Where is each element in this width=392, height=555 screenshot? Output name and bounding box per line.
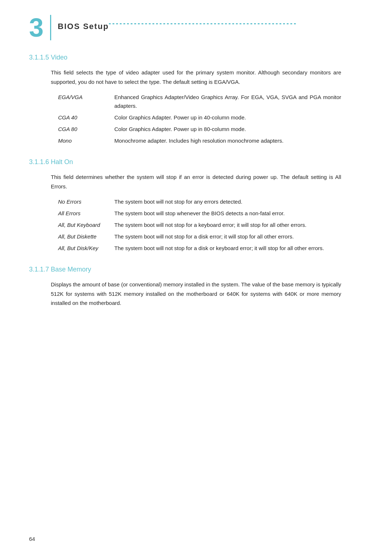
section-3115-heading: 3.1.1.5 Video <box>29 54 363 61</box>
def-row-but-keyboard: All, But Keyboard The system boot will n… <box>58 221 341 229</box>
def-term-cga80: CGA 80 <box>58 125 114 134</box>
def-desc-mono: Monochrome adapter. Includes high resolu… <box>114 136 341 145</box>
section-3115: 3.1.1.5 Video This field selects the typ… <box>29 54 363 145</box>
def-row-but-diskette: All, But Diskette The system boot will n… <box>58 232 341 241</box>
def-row-cga40: CGA 40 Color Graphics Adapter. Power up … <box>58 113 341 122</box>
def-desc-cga80: Color Graphics Adapter. Power up in 80-c… <box>114 125 341 134</box>
def-term-cga40: CGA 40 <box>58 113 114 122</box>
def-term-but-keyboard: All, But Keyboard <box>58 221 114 229</box>
def-desc-but-diskette: The system boot will not stop for a disk… <box>114 232 341 241</box>
header-title-area: BIOS Setup <box>58 22 298 33</box>
def-term-no-errors: No Errors <box>58 197 114 206</box>
def-term-mono: Mono <box>58 136 114 145</box>
section-3117-intro: Displays the amount of base (or conventi… <box>29 280 363 308</box>
def-term-but-diskette: All, But Diskette <box>58 232 114 241</box>
section-3116-intro: This field determines whether the system… <box>29 172 363 191</box>
section-3116-heading: 3.1.1.6 Halt On <box>29 158 363 166</box>
section-3117-heading: 3.1.1.7 Base Memory <box>29 266 363 273</box>
section-3115-defs: EGA/VGA Enhanced Graphics Adapter/Video … <box>58 93 341 145</box>
section-3116: 3.1.1.6 Halt On This field determines wh… <box>29 158 363 253</box>
def-term-all-errors: All Errors <box>58 209 114 218</box>
def-term-ega-vga: EGA/VGA <box>58 93 114 102</box>
def-row-mono: Mono Monochrome adapter. Includes high r… <box>58 136 341 145</box>
section-3115-intro: This field selects the type of video ada… <box>29 68 363 86</box>
def-row-but-disk-key: All, But Disk/Key The system boot will n… <box>58 244 341 253</box>
def-row-cga80: CGA 80 Color Graphics Adapter. Power up … <box>58 125 341 134</box>
def-row-all-errors: All Errors The system boot will stop whe… <box>58 209 341 218</box>
def-term-but-disk-key: All, But Disk/Key <box>58 244 114 253</box>
chapter-number: 3 <box>29 15 44 41</box>
def-desc-but-disk-key: The system boot will not stop for a disk… <box>114 244 341 253</box>
def-desc-ega-vga: Enhanced Graphics Adapter/Video Graphics… <box>114 93 341 110</box>
def-desc-all-errors: The system boot will stop whenever the B… <box>114 209 341 218</box>
header-title: BIOS Setup <box>58 22 109 31</box>
def-row-no-errors: No Errors The system boot will not stop … <box>58 197 341 206</box>
header-dots <box>109 23 298 24</box>
section-3117: 3.1.1.7 Base Memory Displays the amount … <box>29 266 363 308</box>
def-row-ega-vga: EGA/VGA Enhanced Graphics Adapter/Video … <box>58 93 341 110</box>
section-3116-defs: No Errors The system boot will not stop … <box>58 197 341 253</box>
def-desc-no-errors: The system boot will not stop for any er… <box>114 197 341 206</box>
header-divider <box>50 15 51 40</box>
def-desc-but-keyboard: The system boot will not stop for a keyb… <box>114 221 341 229</box>
page-header: 3 BIOS Setup <box>29 15 363 41</box>
page-number: 64 <box>29 536 35 542</box>
def-desc-cga40: Color Graphics Adapter. Power up in 40-c… <box>114 113 341 122</box>
header-row: BIOS Setup <box>58 22 298 31</box>
page-container: 3 BIOS Setup 3.1.1.5 Video This field se… <box>0 0 392 555</box>
page-footer: 64 <box>29 536 35 542</box>
